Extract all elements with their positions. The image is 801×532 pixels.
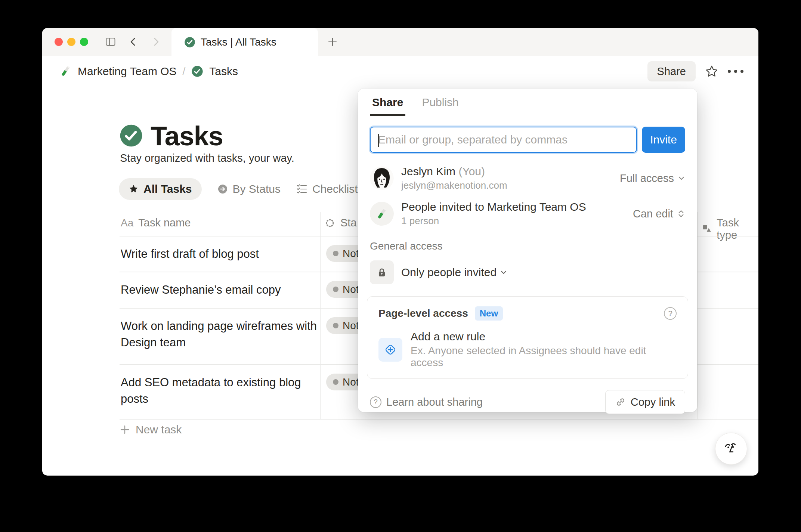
zoom-window-button[interactable] xyxy=(80,38,88,46)
group-meta: 1 person xyxy=(401,215,633,227)
lock-icon xyxy=(370,260,394,284)
share-button[interactable]: Share xyxy=(647,61,696,81)
general-access-dropdown[interactable]: Only people invited xyxy=(401,266,507,279)
check-circle-icon xyxy=(191,65,203,77)
star-icon xyxy=(129,184,139,194)
table-row-task-name[interactable]: Review Stephanie’s email copy xyxy=(121,282,317,298)
member-email: jeslyn@makenotion.com xyxy=(401,180,620,191)
table-row-task-name[interactable]: Add SEO metadata to existing blog posts xyxy=(121,374,317,407)
general-access-row: Only people invited xyxy=(370,260,685,284)
close-window-button[interactable] xyxy=(55,38,63,46)
table-row-task-name[interactable]: Work on landing page wireframes with Des… xyxy=(121,318,317,351)
notion-face-icon xyxy=(723,440,740,457)
avatar xyxy=(370,166,394,190)
tab-tasks[interactable]: Tasks | All Tasks xyxy=(171,28,318,56)
view-tabs: All Tasks By Status Checklist xyxy=(119,178,358,200)
page-title: Tasks xyxy=(151,121,223,151)
add-rule-title: Add a new rule xyxy=(411,330,677,343)
member-row-owner: Jeslyn Kim (You) jeslyn@makenotion.com F… xyxy=(370,165,685,191)
page-subtitle: Stay organized with tasks, your way. xyxy=(120,152,294,164)
chevron-up-down-icon xyxy=(677,210,685,218)
breadcrumb-workspace[interactable]: Marketing Team OS xyxy=(78,65,177,78)
favorite-star-icon[interactable] xyxy=(705,64,719,78)
link-icon xyxy=(615,397,626,407)
column-header-status[interactable]: Sta xyxy=(324,217,357,229)
view-tab-by-status[interactable]: By Status xyxy=(217,183,281,195)
shapes-icon xyxy=(702,223,712,235)
column-divider xyxy=(320,212,321,420)
help-icon[interactable]: ? xyxy=(664,307,677,320)
view-tab-checklist[interactable]: Checklist xyxy=(296,183,358,195)
page-level-access-box: Page-level access New ? Add a new rule E… xyxy=(367,296,688,379)
group-name: People invited to Marketing Team OS xyxy=(401,201,633,213)
forward-icon[interactable] xyxy=(151,36,162,47)
copy-link-button[interactable]: Copy link xyxy=(605,390,685,414)
text-caret xyxy=(378,134,379,147)
column-header-task-type[interactable]: Task type xyxy=(702,217,758,241)
chevron-down-icon xyxy=(678,174,685,182)
invite-button[interactable]: Invite xyxy=(642,127,685,153)
chevron-down-icon xyxy=(500,269,507,276)
more-options-icon[interactable] xyxy=(728,70,743,73)
diamond-plus-icon xyxy=(378,338,402,362)
new-tab-icon[interactable] xyxy=(327,36,338,47)
page-level-access-title: Page-level access xyxy=(378,307,468,319)
text-property-icon: Aa xyxy=(121,217,133,229)
arrow-circle-icon xyxy=(217,184,228,194)
invite-email-input[interactable] xyxy=(370,127,637,153)
help-icon: ? xyxy=(370,396,381,408)
breadcrumb: Marketing Team OS / Tasks xyxy=(59,60,238,83)
page-icon-check-circle[interactable] xyxy=(119,124,143,148)
test-tube-icon xyxy=(59,65,72,78)
tab-share[interactable]: Share xyxy=(370,89,405,116)
sidebar-toggle-icon[interactable] xyxy=(105,36,116,47)
notion-ai-button[interactable] xyxy=(715,433,747,465)
tab-title: Tasks | All Tasks xyxy=(201,36,276,48)
minimize-window-button[interactable] xyxy=(67,38,75,46)
member-name: Jeslyn Kim xyxy=(401,165,455,177)
view-tab-all-tasks[interactable]: All Tasks xyxy=(119,178,202,200)
share-dialog-tabs: Share Publish xyxy=(358,89,697,116)
plus-icon xyxy=(120,424,130,435)
general-access-label: General access xyxy=(370,240,685,252)
checklist-icon xyxy=(296,183,307,195)
breadcrumb-separator: / xyxy=(183,65,186,77)
column-divider xyxy=(698,212,698,420)
tab-publish[interactable]: Publish xyxy=(420,89,461,116)
tab-bar: Tasks | All Tasks xyxy=(42,28,758,56)
back-icon[interactable] xyxy=(127,36,139,47)
new-badge: New xyxy=(475,306,503,321)
breadcrumb-page[interactable]: Tasks xyxy=(209,65,238,78)
add-rule-example: Ex. Anyone selected in Assignees should … xyxy=(411,345,677,369)
table-row-task-name[interactable]: Write first draft of blog post xyxy=(121,246,317,262)
status-spinner-icon xyxy=(324,217,335,229)
share-dialog: Share Publish Invite Jeslyn Kim (You) je… xyxy=(358,89,697,412)
workspace-avatar-test-tube-icon xyxy=(370,202,394,226)
divider xyxy=(120,419,758,420)
add-rule-row[interactable]: Add a new rule Ex. Anyone selected in As… xyxy=(378,330,677,369)
member-you-tag: (You) xyxy=(458,165,485,177)
access-dropdown-full-access[interactable]: Full access xyxy=(620,172,685,185)
app-window: Tasks | All Tasks Marketing Team OS / Ta… xyxy=(42,28,758,476)
check-circle-icon xyxy=(184,37,195,48)
topbar-actions: Share xyxy=(647,61,743,81)
access-dropdown-can-edit[interactable]: Can edit xyxy=(633,208,685,220)
new-task-button[interactable]: New task xyxy=(120,423,182,436)
member-row-invited-group: People invited to Marketing Team OS 1 pe… xyxy=(370,201,685,227)
column-header-task-name[interactable]: Aa Task name xyxy=(121,217,191,229)
learn-about-sharing-link[interactable]: ? Learn about sharing xyxy=(370,396,483,408)
